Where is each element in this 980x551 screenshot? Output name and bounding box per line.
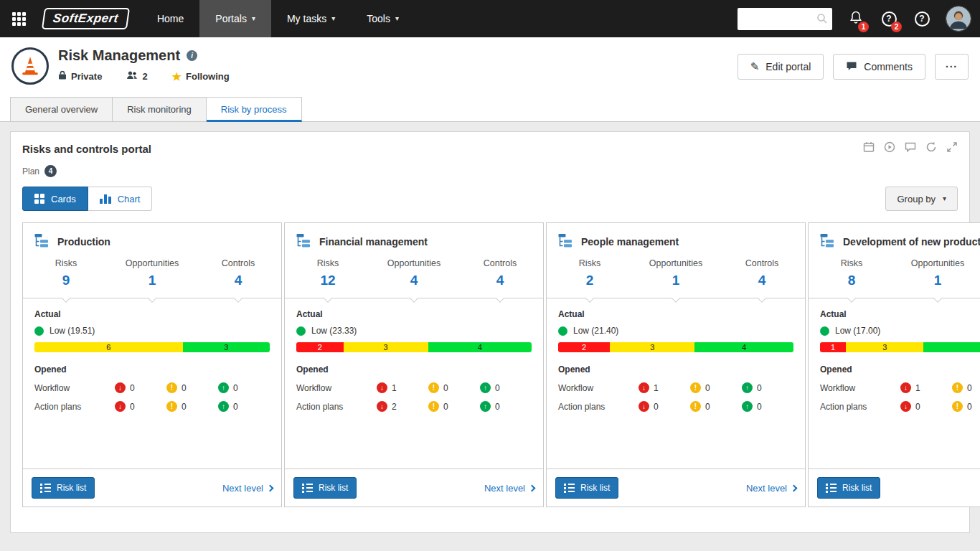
cards-view-button[interactable]: Cards: [22, 187, 88, 211]
workflow-row: Workflow ↓1 !0 ↑0: [558, 382, 793, 393]
bar-segment-yellow: 3: [344, 342, 428, 352]
warning-count: 0: [443, 383, 448, 393]
risk-list-button[interactable]: Risk list: [293, 477, 357, 499]
next-level-link[interactable]: Next level: [222, 483, 273, 494]
menu-label: Tools: [367, 13, 390, 24]
chevron-right-icon: [529, 485, 536, 492]
controls-count[interactable]: 4: [457, 273, 543, 288]
card-title: Financial management: [319, 236, 428, 248]
refresh-icon[interactable]: [925, 141, 937, 156]
warning-icon: !: [952, 382, 963, 393]
workflow-row: Workflow ↓0 !0 ↑0: [34, 382, 270, 393]
risk-level-dot: [820, 326, 829, 336]
notifications-button[interactable]: 1: [839, 0, 872, 37]
warning-count: 0: [182, 402, 187, 412]
ellipsis-icon: ···: [946, 61, 958, 72]
opportunities-count[interactable]: 1: [109, 273, 195, 288]
list-icon: [40, 484, 51, 493]
action-plans-row: Action plans ↓0 !0 ↑0: [34, 401, 270, 412]
opportunities-label: Opportunities: [371, 258, 457, 268]
warning-icon: !: [690, 401, 701, 412]
softexpert-logo[interactable]: SoftExpert: [43, 0, 128, 37]
menu-item-tools[interactable]: Tools ▾: [351, 0, 415, 37]
overdue-count: 0: [130, 402, 135, 412]
risk-list-button[interactable]: Risk list: [32, 477, 95, 499]
risks-count[interactable]: 2: [547, 273, 633, 288]
opportunities-count[interactable]: 1: [633, 273, 719, 288]
logo-text-soft: Soft: [52, 11, 80, 25]
menu-label: Portals: [215, 13, 247, 24]
next-level-link[interactable]: Next level: [746, 483, 796, 494]
group-by-button[interactable]: Group by ▾: [885, 187, 958, 211]
risks-count[interactable]: 9: [23, 273, 109, 288]
opportunities-count[interactable]: 4: [371, 273, 457, 288]
risk-level-dot: [558, 326, 567, 336]
risk-list-label: Risk list: [57, 483, 86, 493]
plan-filter[interactable]: Plan 4: [22, 165, 958, 177]
caret-down-icon: ▾: [252, 15, 255, 22]
notifications-badge: 1: [858, 22, 869, 32]
warning-icon: !: [690, 382, 701, 393]
calendar-icon[interactable]: [863, 141, 875, 156]
comments-button[interactable]: Comments: [833, 54, 925, 80]
risks-stat: Risks 9: [23, 258, 109, 298]
info-icon[interactable]: i: [187, 50, 197, 61]
tab-general-overview[interactable]: General overview: [10, 97, 113, 122]
play-icon[interactable]: [884, 141, 895, 156]
page-title: Risk Management: [58, 47, 180, 64]
edit-portal-button[interactable]: ✎ Edit portal: [738, 54, 824, 80]
bar-segment-yellow: 3: [610, 342, 694, 352]
chart-view-button[interactable]: Chart: [88, 187, 153, 211]
action-plans-row: Action plans ↓0 !0 ↑0: [820, 401, 980, 412]
risk-level-value: Low (23.33): [311, 326, 357, 336]
overdue-icon: ↓: [639, 382, 649, 393]
overdue-icon: ↓: [377, 401, 387, 412]
risk-list-button[interactable]: Risk list: [817, 477, 880, 499]
overdue-count: 1: [392, 383, 397, 393]
menu-item-my-tasks[interactable]: My tasks ▾: [271, 0, 351, 37]
risks-count[interactable]: 12: [285, 273, 371, 288]
opened-label: Opened: [296, 364, 532, 375]
opportunities-count[interactable]: 1: [895, 273, 980, 288]
risks-label: Risks: [547, 258, 633, 268]
process-card-financial-management: Financial management Risks 12 Opportunit…: [284, 222, 544, 507]
tab-risk-by-process[interactable]: Risk by process: [207, 97, 302, 122]
next-level-link[interactable]: Next level: [484, 483, 534, 494]
user-avatar[interactable]: [946, 6, 971, 32]
risks-controls-panel: Risks and controls portal: [10, 131, 970, 533]
process-card-production: Production Risks 9 Opportunities 1 Contr…: [22, 222, 282, 507]
members-indicator[interactable]: 2: [126, 70, 147, 82]
more-actions-button[interactable]: ···: [935, 54, 969, 80]
next-level-label: Next level: [746, 483, 787, 494]
plan-count-badge: 4: [44, 165, 57, 177]
members-count: 2: [142, 71, 147, 82]
tab-risk-monitoring[interactable]: Risk monitoring: [113, 97, 207, 122]
risk-list-button[interactable]: Risk list: [555, 477, 618, 499]
expand-icon[interactable]: [946, 141, 958, 156]
following-indicator[interactable]: ★ Following: [172, 71, 230, 82]
comments-panel-icon[interactable]: [905, 142, 916, 156]
lock-icon: [58, 70, 67, 82]
opportunities-stat: Opportunities 4: [371, 258, 457, 298]
overdue-count: 0: [130, 383, 135, 393]
action-plans-label: Action plans: [34, 402, 115, 412]
controls-stat: Controls 4: [195, 258, 281, 298]
risks-label: Risks: [809, 258, 895, 268]
controls-count[interactable]: 4: [719, 273, 805, 288]
warning-count: 0: [967, 383, 972, 393]
menu-item-home[interactable]: Home: [141, 0, 199, 37]
bar-segment-red: 1: [820, 342, 846, 352]
risks-stat: Risks 12: [285, 258, 371, 298]
portal-tabs: General overview Risk monitoring Risk by…: [0, 95, 980, 122]
controls-stat: Controls 4: [719, 258, 805, 298]
warning-count: 0: [443, 402, 448, 412]
controls-count[interactable]: 4: [195, 273, 281, 288]
menu-item-portals[interactable]: Portals ▾: [199, 0, 271, 37]
chevron-right-icon: [791, 485, 798, 492]
on-time-count: 0: [233, 402, 238, 412]
help-button[interactable]: ?: [905, 0, 938, 37]
pending-help-button[interactable]: ? 2: [872, 0, 905, 37]
apps-menu-button[interactable]: [0, 0, 37, 37]
risks-count[interactable]: 8: [809, 273, 895, 288]
warning-icon: !: [952, 401, 963, 412]
